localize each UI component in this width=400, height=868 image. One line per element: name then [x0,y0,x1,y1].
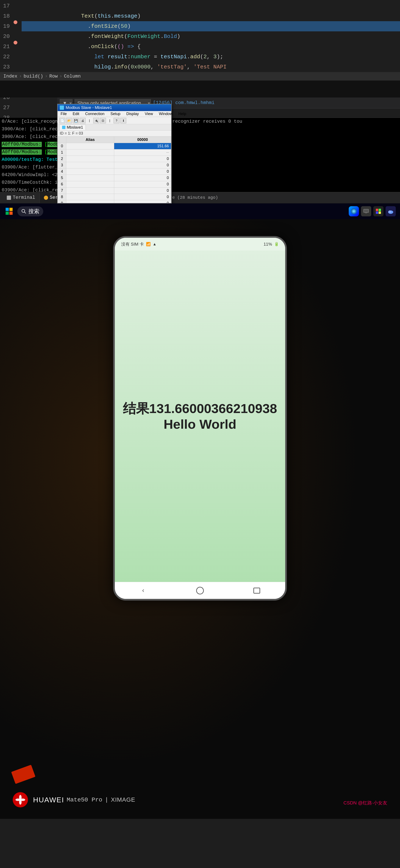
cell-index: 4 [58,168,66,175]
search-icon [21,209,26,214]
svg-rect-0 [6,208,9,211]
signal-icon: 📶 [146,242,151,246]
toolbar-info[interactable]: ℹ [120,118,126,123]
signal-strength: ▲ [153,242,157,246]
recents-button[interactable] [250,586,263,595]
modbus-title-label: Modbus Slave - Mbslave1 [66,105,112,110]
modbus-title-bar: Modbus Slave - Mbslave1 [58,104,171,111]
cell-index: 0 [58,143,66,149]
cell-alias [66,200,114,203]
taskbar-search-text: 搜索 [28,208,39,215]
terminal-tab-label: Terminal [13,195,35,200]
breadcrumb-item-row[interactable]: Row [49,74,58,79]
phone-section: 没有 SIM 卡 📶 ▲ 11% 🔋 结果131.66000366210938 … [0,219,400,819]
table-row: 1 -- [58,149,171,156]
huawei-logo-icon [13,792,28,807]
svg-rect-7 [364,209,369,213]
model-separator: Mate50 Pro [67,797,102,803]
modbus-tab-bar: Mbslave1 [58,124,171,130]
breadcrumb-item-column[interactable]: Column [64,74,81,79]
terminal-tab[interactable]: Terminal [3,192,40,203]
separator-symbol: | [105,797,109,803]
breadcrumb-item-index[interactable]: Index [3,74,18,79]
toolbar-connect[interactable]: 🔌 [93,118,99,123]
home-button[interactable] [194,586,206,595]
svg-rect-12 [376,212,378,214]
modbus-slave-tab[interactable]: Mbslave1 [59,125,86,130]
windows-start-button[interactable] [4,207,14,216]
battery-icon: 🔋 [274,242,279,246]
taskbar-app-icon-2[interactable] [361,206,371,216]
modbus-menu-bar: File Edit Connection Setup Display View … [58,111,171,117]
table-row: 9 0 [58,200,171,203]
menu-setup[interactable]: Setup [109,111,122,117]
cell-alias [66,168,114,175]
svg-point-15 [388,211,391,213]
taskbar-app-icon-3[interactable] [373,206,383,216]
cell-alias [66,156,114,162]
cell-value: -- [114,149,171,156]
table-row: 3 0 [58,162,171,168]
huawei-text: HUAWEI [33,796,64,804]
cell-value[interactable]: 151.66 [114,143,171,149]
toolbar-disconnect[interactable]: ⊡ [100,118,106,123]
huawei-branding: HUAWEI Mate50 Pro | XIMAGE [0,789,400,810]
ximage-text: XIMAGE [111,796,135,803]
code-content[interactable]: Text(this.message) .fontSize(50) .fontWe… [19,0,400,72]
recents-icon [253,588,260,594]
svg-rect-11 [379,209,381,211]
cell-value: 0 [114,168,171,175]
taskbar-app-icon-4[interactable] [386,206,396,216]
table-row: 4 0 [58,168,171,175]
cell-value: 0 [114,181,171,188]
code-gutter [13,0,19,72]
taskbar-app-icon-1[interactable] [349,206,359,216]
cell-alias [66,149,114,156]
table-row: 8 0 [58,194,171,200]
phone-status-bar: 没有 SIM 卡 📶 ▲ 11% 🔋 [115,238,285,250]
menu-display[interactable]: Display [125,111,140,117]
svg-rect-3 [9,212,13,215]
cell-value: 0 [114,156,171,162]
cell-index: 9 [58,200,66,203]
cell-value: 0 [114,188,171,194]
menu-window[interactable]: Window [158,111,174,117]
toolbar-new[interactable]: 📄 [59,118,65,123]
sim-status: 没有 SIM 卡 [121,241,144,247]
menu-help[interactable]: Help [177,111,187,117]
terminal-icon [7,195,11,200]
cell-alias [66,194,114,200]
slave-tab-icon [62,126,65,129]
cell-alias [66,162,114,168]
toolbar-print[interactable]: 🖨 [80,118,86,123]
toolbar-open[interactable]: 📂 [66,118,72,123]
menu-view[interactable]: View [144,111,154,117]
menu-edit[interactable]: Edit [71,111,81,117]
huawei-brand-name: HUAWEI Mate50 Pro | XIMAGE [33,796,135,804]
svg-rect-8 [365,213,367,213]
svg-point-19 [20,799,25,801]
table-row: 6 0 [58,181,171,188]
csdn-text: CSDN @红路·小女友 [343,800,387,805]
svg-rect-13 [379,212,381,214]
svg-point-6 [351,208,357,214]
code-editor: 17 18 19 20 21 22 23 24 25 26 27 28 Text… [0,0,400,72]
cell-alias [66,143,114,149]
modbus-id-text: ID = 1: F = 03 [60,131,83,135]
phone-app-content[interactable]: 结果131.66000366210938 Hello World [115,250,285,582]
toolbar-help[interactable]: ? [114,118,120,123]
menu-connection[interactable]: Connection [84,111,106,117]
cell-value: 0 [114,175,171,181]
menu-file[interactable]: File [59,111,68,117]
taskbar-search[interactable]: 搜索 [18,207,43,216]
aqua-icon [350,208,357,215]
back-button[interactable]: ‹ [137,586,150,595]
cell-alias [66,181,114,188]
breadcrumb-item-build[interactable]: build() [24,74,43,79]
slave-tab-label: Mbslave1 [67,125,83,130]
cell-value: 0 [114,194,171,200]
breadcrumb: Index › build() › Row › Column [0,72,400,81]
toolbar-save[interactable]: 💾 [73,118,79,123]
modbus-register-table: Alias 00000 0 151.66 1 -- 2 0 [58,136,171,203]
svg-rect-10 [376,209,378,211]
